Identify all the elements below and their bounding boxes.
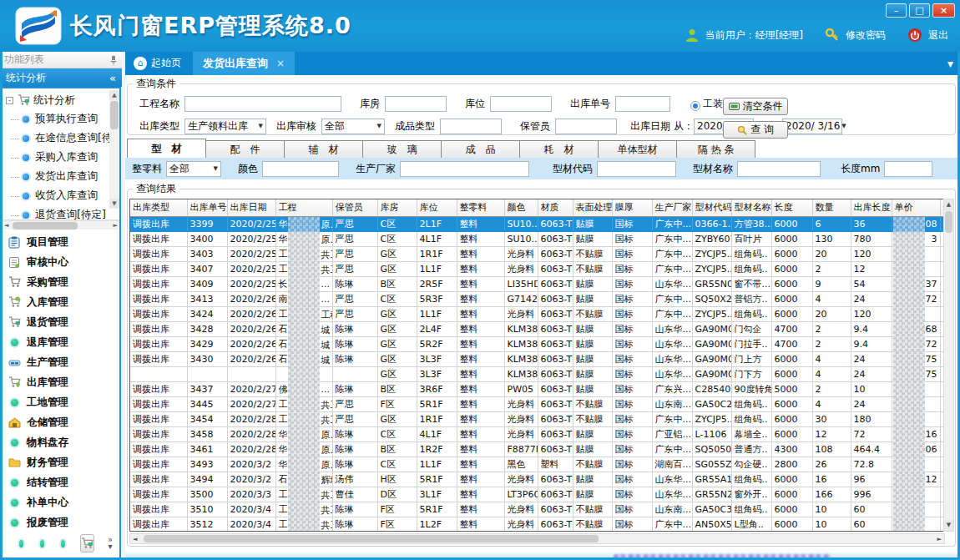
tree-item-5[interactable]: 收货入库查询 bbox=[6, 186, 119, 205]
sidebar-item-14[interactable]: 补单中心 bbox=[8, 492, 119, 512]
table-row[interactable]: 调拨出库34302020/2/26石城陈琳G区3L3F整料KLM38176063… bbox=[130, 351, 945, 366]
close-button[interactable]: × bbox=[932, 3, 955, 18]
table-row[interactable]: 调拨出库34242020/2/26工工程严思G区1L1F整料光身料6063-T5… bbox=[130, 306, 945, 321]
order-no-input[interactable] bbox=[615, 96, 670, 112]
tree-item-6[interactable]: 退货查询[待定] bbox=[6, 205, 119, 220]
table-row[interactable]: 调拨出库34292020/2/26石城陈琳G区5R2F整料KLM38176063… bbox=[130, 336, 945, 351]
pin-icon[interactable] bbox=[109, 55, 118, 65]
sidebar-item-9[interactable]: 工地管理 bbox=[8, 392, 119, 412]
name-input[interactable] bbox=[737, 161, 821, 177]
location-input[interactable] bbox=[490, 96, 552, 112]
factory-input[interactable] bbox=[400, 161, 529, 177]
grid-header-cell[interactable]: 出库日期 bbox=[227, 199, 275, 216]
grid-header-cell[interactable]: 颜色 bbox=[504, 199, 538, 216]
grid-horizontal-scrollbar[interactable]: ◄ ► bbox=[129, 533, 945, 544]
sidebar-item-4[interactable]: 入库管理 bbox=[8, 292, 119, 312]
table-row[interactable]: 调拨出库35002020/3/3工共工程曹佳D区3L1F整料LT3P606063… bbox=[130, 487, 945, 502]
tree-item-3[interactable]: 采购入库查询 bbox=[6, 148, 119, 167]
grid-header-cell[interactable]: 数量 bbox=[812, 199, 851, 216]
grid-header-cell[interactable]: 库位 bbox=[417, 199, 457, 216]
sidebar-item-5[interactable]: 退货管理 bbox=[8, 312, 119, 332]
tree-item-4[interactable]: 发货出库查询 bbox=[6, 167, 119, 186]
scroll-left-icon[interactable]: ◄ bbox=[133, 534, 137, 544]
table-row[interactable]: G区3L3F整料KLM38176063-T5贴膜国标山东华...GA90M09.… bbox=[130, 366, 945, 381]
tab-close-icon[interactable]: × bbox=[276, 58, 285, 69]
table-row[interactable]: 调拨出库34932020/3/2华原..陈琳C区1L1F整料黑色塑料不贴膜国标湖… bbox=[130, 457, 945, 472]
sidebar-item-7[interactable]: 生产管理 bbox=[8, 352, 119, 372]
material-tab-7[interactable]: 单体型材 bbox=[598, 140, 677, 158]
sidebar-item-10[interactable]: 仓储管理 bbox=[8, 412, 119, 432]
table-row[interactable]: 调拨出库34282020/2/26石城陈琳G区2L4F整料KLM38176063… bbox=[130, 321, 945, 336]
sidebar-item-11[interactable]: 物料盘存 bbox=[8, 432, 119, 452]
grid-header-cell[interactable]: 表面处理 bbox=[573, 199, 612, 216]
table-row[interactable]: 调拨出库35122020/3/4工共工程陈琳F区1L2F整料光身料6063-T5… bbox=[130, 517, 945, 532]
audit-select[interactable]: 全部▼ bbox=[321, 119, 385, 134]
material-tab-3[interactable]: 辅 材 bbox=[284, 140, 363, 158]
grid-header-cell[interactable]: 生产厂家 bbox=[652, 199, 692, 216]
tree-vertical-scrollbar[interactable]: ▲ ▼ bbox=[109, 90, 119, 209]
collapse-icon[interactable]: « bbox=[109, 72, 116, 84]
logout-link[interactable]: 退出 bbox=[928, 28, 948, 43]
more-modules-button[interactable]: »▾ bbox=[108, 537, 113, 550]
warehouse-input[interactable] bbox=[385, 96, 447, 112]
material-tab-1[interactable]: 型 材 bbox=[127, 139, 206, 158]
table-row[interactable]: 调拨出库34452020/2/27工共工程严思F区5R1F整料光身料6063-T… bbox=[130, 396, 945, 411]
color-input[interactable] bbox=[262, 161, 339, 177]
grid-vertical-scrollbar[interactable]: ▲ ▼ bbox=[943, 199, 954, 532]
scroll-right-icon[interactable]: ► bbox=[937, 534, 942, 544]
product-type-input[interactable] bbox=[440, 119, 502, 134]
change-password-link[interactable]: 修改密码 bbox=[846, 28, 886, 43]
maximize-button[interactable]: □ bbox=[909, 3, 930, 18]
table-row[interactable]: 调拨出库34002020/2/25华原..严思C区4L1F整料SU10...60… bbox=[130, 231, 945, 246]
grid-header-cell[interactable]: 膜厚 bbox=[612, 199, 652, 216]
table-row[interactable]: 调拨出库33992020/2/25华原..严思C区2L1F整料SU10...60… bbox=[130, 216, 945, 231]
tab-home[interactable]: ⌂ 起始页 bbox=[125, 56, 193, 75]
scrollbar-thumb[interactable] bbox=[144, 535, 599, 542]
tree-horizontal-scrollbar[interactable]: ◄ ► bbox=[3, 220, 119, 230]
length-input[interactable] bbox=[884, 161, 932, 177]
table-row[interactable]: 调拨出库34582020/2/28华原..陈琳C区4L1F整料光身料6063-T… bbox=[130, 426, 945, 441]
sidebar-item-1[interactable]: 项目管理 bbox=[8, 232, 119, 252]
scroll-up-icon[interactable]: ▲ bbox=[109, 90, 119, 100]
scroll-right-icon[interactable]: ► bbox=[114, 221, 118, 230]
tree-item-2[interactable]: 在途信息查询[待 bbox=[6, 129, 119, 148]
sidebar-item-12[interactable]: 财务管理 bbox=[8, 452, 119, 472]
scroll-down-icon[interactable]: ▼ bbox=[944, 520, 953, 531]
sidebar-item-8[interactable]: 出库管理 bbox=[8, 372, 119, 392]
grid-header-cell[interactable]: 出库单号 bbox=[187, 199, 227, 216]
sidebar-item-2[interactable]: 审核中心 bbox=[8, 252, 119, 272]
grid-header-cell[interactable]: 保管员 bbox=[332, 199, 377, 216]
code-input[interactable] bbox=[597, 161, 676, 177]
material-tab-6[interactable]: 耗 材 bbox=[519, 140, 599, 158]
grid-header-cell[interactable]: 出库长度 bbox=[851, 199, 892, 216]
grid-header-cell[interactable]: 工程 bbox=[275, 199, 332, 216]
grid-header-cell[interactable]: 出库类型 bbox=[130, 199, 187, 216]
grid-header-cell[interactable]: 材质 bbox=[538, 199, 573, 216]
cart-module-button[interactable] bbox=[80, 534, 94, 552]
grid-header-cell[interactable]: 型材名称 bbox=[731, 199, 771, 216]
out-type-select[interactable]: 生产领料出库▼ bbox=[184, 119, 266, 134]
module-dot-icon[interactable] bbox=[38, 538, 46, 549]
material-tab-4[interactable]: 玻 璃 bbox=[362, 140, 442, 158]
table-row[interactable]: 调拨出库34072020/2/25工共工程严思G区1L1F整料光身料6063-T… bbox=[130, 261, 945, 276]
minimize-button[interactable]: – bbox=[886, 3, 907, 18]
table-row[interactable]: 调拨出库34942020/3/2石辉城汤伟H区5R1F整料光身料6063-T5贴… bbox=[130, 472, 945, 487]
sidebar-item-6[interactable]: 退库管理 bbox=[8, 332, 119, 352]
material-tab-2[interactable]: 配 件 bbox=[205, 140, 285, 158]
table-row[interactable]: 调拨出库34372020/2/27佛...陈琳B区3R6F整料PW056063-… bbox=[130, 381, 945, 396]
scrollbar-thumb[interactable] bbox=[945, 211, 952, 233]
table-row[interactable]: 调拨出库34132020/2/26南...严思C区5R3F整料G71422606… bbox=[130, 291, 945, 306]
table-row[interactable]: 调拨出库34092020/2/25长...陈琳B区2R5F整料LI35HD606… bbox=[130, 276, 945, 291]
radio-gongzhuang[interactable]: 工装 bbox=[690, 97, 723, 111]
sidebar-item-13[interactable]: 结转管理 bbox=[8, 472, 119, 492]
table-row[interactable]: 调拨出库34542020/2/28工共工程严思G区1R1F整料光身料6063-T… bbox=[130, 411, 945, 426]
scrollbar-thumb[interactable] bbox=[110, 101, 119, 129]
tab-shipment-query[interactable]: 发货出库查询 × bbox=[193, 52, 295, 75]
whole-part-select[interactable]: 全部▼ bbox=[166, 161, 221, 177]
table-row[interactable]: 调拨出库34612020/2/28华原..陈琳B区1R2F整料F8877FT60… bbox=[130, 441, 945, 457]
table-row[interactable]: 调拨出库35102020/3/4工共工程陈琳F区5R1F整料光身料6063-T5… bbox=[130, 502, 945, 517]
material-tab-5[interactable]: 成 品 bbox=[441, 140, 520, 158]
scroll-left-icon[interactable]: ◄ bbox=[4, 221, 8, 230]
table-row[interactable]: 调拨出库34032020/2/25工共工程严思G区1R1F整料光身料6063-T… bbox=[130, 246, 945, 261]
tree-expander-icon[interactable]: - bbox=[6, 97, 13, 104]
